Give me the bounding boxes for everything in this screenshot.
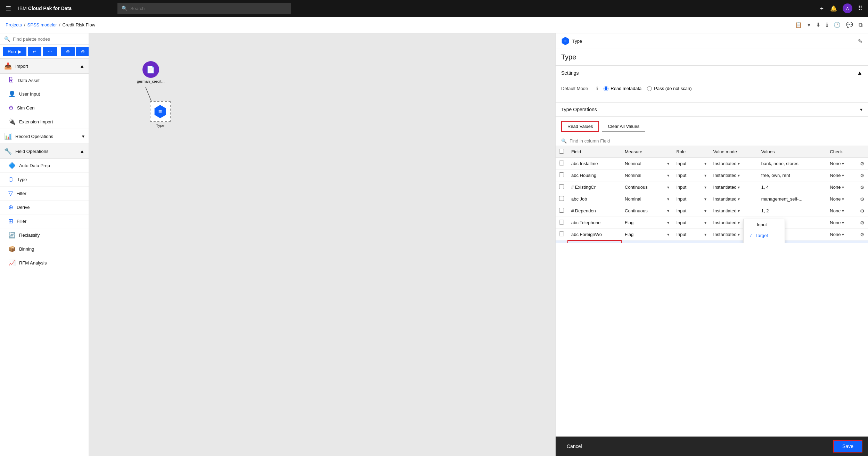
sidebar-section-field-ops[interactable]: 🔧 Field Operations ▲	[0, 144, 89, 159]
clear-all-button[interactable]: Clear All Values	[602, 121, 645, 132]
sidebar-item-user-input[interactable]: 👤 User Input	[0, 87, 89, 101]
chevron-down-icon[interactable]: ▾	[808, 22, 810, 28]
save-version-icon[interactable]: 📋	[795, 22, 802, 28]
role-dropdown[interactable]: Input ✓ Target Both None	[743, 219, 785, 243]
check-chevron[interactable]: ▾	[842, 197, 844, 202]
read-values-button[interactable]: Read Values	[561, 121, 599, 132]
role-cell[interactable]: Input	[673, 170, 701, 181]
download-icon[interactable]: ⬇	[816, 22, 820, 28]
row-gear-icon[interactable]: ⚙	[860, 196, 865, 202]
radio-read-metadata[interactable]: Read metadata	[604, 86, 641, 91]
radio-read-metadata-input[interactable]	[604, 86, 608, 91]
save-button[interactable]: Save	[833, 440, 862, 453]
role-chevron[interactable]: ▾	[704, 161, 706, 166]
grid-icon[interactable]: ⠿	[858, 5, 862, 12]
palette-search-input[interactable]	[13, 36, 84, 42]
node-german-credit[interactable]: 📄 german_credit...	[137, 61, 164, 83]
sidebar-item-derive[interactable]: ⊕ Derive	[0, 201, 89, 214]
role-chevron[interactable]: ▾	[704, 197, 706, 202]
row-gear-icon[interactable]: ⚙	[860, 232, 865, 237]
measure-chevron[interactable]: ▾	[667, 161, 669, 166]
more-options-button[interactable]: ⋯	[43, 47, 57, 56]
role-cell[interactable]: Input	[673, 193, 701, 205]
sidebar-item-filler[interactable]: ⊞ Filler	[0, 214, 89, 228]
zoom-in-button[interactable]: ⊕	[61, 47, 75, 56]
sidebar-item-sim-gen[interactable]: ⚙ Sim Gen	[0, 101, 89, 115]
sidebar-section-record-ops[interactable]: 📊 Record Operations ▾	[0, 129, 89, 144]
row-checkbox[interactable]	[559, 184, 564, 189]
measure-chevron[interactable]: ▾	[667, 185, 669, 190]
check-chevron[interactable]: ▾	[842, 220, 844, 225]
role-chevron[interactable]: ▾	[704, 185, 706, 190]
dropdown-item-both[interactable]: Both	[744, 241, 785, 243]
hamburger-menu-icon[interactable]: ☰	[6, 5, 11, 12]
measure-chevron[interactable]: ▾	[667, 220, 669, 225]
history-icon[interactable]: 🕐	[834, 22, 841, 28]
sidebar-item-rfm-analysis[interactable]: 📈 RFM Analysis	[0, 256, 89, 270]
breadcrumb-projects[interactable]: Projects	[6, 22, 22, 27]
radio-pass-no-scan[interactable]: Pass (do not scan)	[647, 86, 691, 91]
check-chevron[interactable]: ▾	[842, 232, 844, 237]
check-chevron[interactable]: ▾	[842, 161, 844, 166]
row-gear-icon[interactable]: ⚙	[860, 161, 865, 166]
value-mode-chevron[interactable]: ▾	[738, 197, 740, 202]
type-node-container[interactable]: ≡	[150, 101, 171, 122]
search-input[interactable]	[130, 6, 287, 11]
dropdown-item-input[interactable]: Input	[744, 219, 785, 230]
role-cell[interactable]: Input	[673, 217, 701, 229]
sidebar-item-auto-data-prep[interactable]: 🔷 Auto Data Prep	[0, 159, 89, 173]
row-checkbox[interactable]	[559, 208, 564, 213]
row-gear-icon[interactable]: ⚙	[860, 185, 865, 190]
sidebar-item-binning[interactable]: 📦 Binning	[0, 242, 89, 256]
measure-chevron[interactable]: ▾	[667, 173, 669, 178]
row-gear-icon[interactable]: ⚙	[860, 208, 865, 214]
role-cell[interactable]: Input	[673, 205, 701, 217]
check-chevron[interactable]: ▾	[842, 173, 844, 178]
notification-icon[interactable]: 🔔	[830, 5, 837, 12]
row-checkbox[interactable]	[559, 161, 564, 165]
edit-icon[interactable]: ✎	[858, 38, 862, 44]
value-mode-chevron[interactable]: ▾	[738, 161, 740, 166]
role-chevron[interactable]: ▾	[704, 220, 706, 225]
cancel-button[interactable]: Cancel	[561, 441, 588, 452]
value-mode-chevron[interactable]: ▾	[738, 232, 740, 237]
value-mode-chevron[interactable]: ▾	[738, 185, 740, 190]
row-checkbox[interactable]	[559, 172, 564, 177]
value-mode-chevron[interactable]: ▾	[738, 173, 740, 178]
row-checkbox[interactable]	[559, 220, 564, 225]
row-gear-icon[interactable]: ⚙	[860, 173, 865, 178]
role-cell[interactable]: Input	[673, 158, 701, 170]
zoom-out-button[interactable]: ⊖	[76, 47, 89, 56]
row-checkbox[interactable]	[559, 231, 564, 236]
sidebar-item-filter[interactable]: ▽ Filter	[0, 187, 89, 201]
role-chevron[interactable]: ▾	[704, 232, 706, 237]
value-mode-chevron[interactable]: ▾	[738, 209, 740, 213]
run-button[interactable]: Run ▶	[3, 47, 26, 56]
role-cell[interactable]: Target	[673, 241, 701, 244]
split-view-icon[interactable]: ⧉	[859, 22, 862, 28]
node-type[interactable]: ≡ Type	[150, 101, 171, 128]
role-cell[interactable]: Input	[673, 229, 701, 241]
sidebar-item-extension-import[interactable]: 🔌 Extension Import	[0, 115, 89, 129]
sidebar-item-reclassify[interactable]: 🔄 Reclassify	[0, 228, 89, 242]
find-field-input[interactable]	[570, 138, 862, 144]
plus-icon[interactable]: ＋	[819, 5, 825, 12]
role-chevron[interactable]: ▾	[704, 173, 706, 178]
breadcrumb-spss[interactable]: SPSS modeler	[27, 22, 57, 27]
type-ops-header[interactable]: Type Operations ▾	[556, 103, 868, 117]
role-cell[interactable]: Input	[673, 181, 701, 193]
undo-button[interactable]: ↩	[28, 47, 41, 56]
check-chevron[interactable]: ▾	[842, 185, 844, 190]
dropdown-item-target[interactable]: ✓ Target	[744, 230, 785, 241]
value-mode-chevron[interactable]: ▾	[738, 220, 740, 225]
comment-icon[interactable]: 💬	[846, 22, 853, 28]
select-all-checkbox[interactable]	[559, 149, 564, 154]
check-chevron[interactable]: ▾	[842, 209, 844, 213]
row-checkbox[interactable]	[559, 196, 564, 201]
measure-chevron[interactable]: ▾	[667, 209, 669, 213]
measure-chevron[interactable]: ▾	[667, 232, 669, 237]
role-chevron[interactable]: ▾	[704, 209, 706, 213]
sidebar-item-type[interactable]: ⬡ Type	[0, 173, 89, 187]
measure-chevron[interactable]: ▾	[667, 197, 669, 202]
info-icon[interactable]: ℹ	[826, 22, 828, 28]
